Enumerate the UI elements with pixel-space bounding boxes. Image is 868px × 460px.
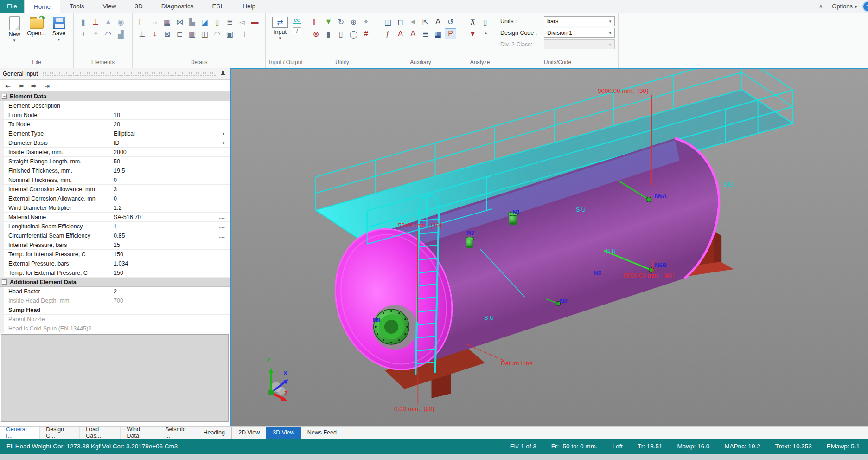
leg-support-icon[interactable]: ⊥ xyxy=(136,28,148,39)
lifting-lug-icon[interactable]: ◠ xyxy=(211,28,223,39)
help-button[interactable]: ? xyxy=(862,1,868,12)
row-value-field[interactable]: 0.85... xyxy=(110,231,230,240)
menu-tab-3d[interactable]: 3D xyxy=(126,0,152,13)
error-check-icon[interactable]: ▼ xyxy=(467,28,479,39)
view-tab-3d-view[interactable]: 3D View xyxy=(266,427,300,439)
ellipsis-button[interactable]: ... xyxy=(219,233,225,239)
grid-section-additional-element-data[interactable]: −Additional Element Data xyxy=(0,278,230,287)
report-file-icon[interactable]: ▯ xyxy=(479,16,491,27)
design-code-select[interactable]: Division 1 ▼ xyxy=(544,28,615,38)
row-value-field[interactable]: 0 xyxy=(110,194,230,203)
cone-icon[interactable]: ▲ xyxy=(102,16,114,27)
flanged-head-icon[interactable]: ◠ xyxy=(102,28,114,39)
heat-exchanger-icon[interactable]: ◉ xyxy=(115,16,127,27)
calculator-icon[interactable]: ▦ xyxy=(432,28,444,39)
previous-element-button[interactable]: ⇦ xyxy=(16,81,26,91)
menu-tab-esl[interactable]: ESL xyxy=(203,0,234,13)
row-value-field[interactable]: 0 xyxy=(110,175,230,184)
cc-report-icon[interactable]: CC xyxy=(293,17,301,24)
detach-icon[interactable]: ⌖ xyxy=(360,16,372,27)
lug-icon[interactable]: ▙ xyxy=(186,16,198,27)
ellipsis-button[interactable]: ... xyxy=(219,214,225,220)
ellipsis-button[interactable]: ... xyxy=(219,223,225,230)
base-plate-icon[interactable]: ⊓ xyxy=(395,16,406,27)
next-element-button[interactable]: ⇨ xyxy=(29,81,39,91)
row-value-field[interactable]: 150 xyxy=(110,250,230,259)
row-value-field[interactable]: 20 xyxy=(110,120,230,129)
weight-icon[interactable]: ↓ xyxy=(149,28,160,39)
3d-viewport[interactable]: 9000.00 mm. [30]SUN6A-50.00 mm. [10]N1N7… xyxy=(230,68,868,426)
first-element-button[interactable]: ⇤ xyxy=(3,81,13,91)
pages-icon[interactable]: ◫ xyxy=(382,16,394,27)
nozzle-load-icon[interactable]: ⊩ xyxy=(310,16,322,27)
restore-icon[interactable]: ↺ xyxy=(445,16,456,27)
input-tab-general-i[interactable]: General I... xyxy=(0,427,40,439)
review-icon[interactable]: ◔ xyxy=(479,28,491,39)
menu-tab-home[interactable]: Home xyxy=(24,0,60,13)
bill-of-materials-icon[interactable]: ≣ xyxy=(420,28,431,39)
packing-icon[interactable]: ▥ xyxy=(186,28,198,39)
saddle-icon[interactable]: ⋈ xyxy=(174,16,185,27)
row-value-field[interactable]: 150 xyxy=(110,268,230,277)
scroll-report-icon[interactable]: ƒ xyxy=(382,28,394,39)
row-value-field[interactable]: 19.5 xyxy=(110,166,230,175)
new-button[interactable]: New ▼ xyxy=(3,13,26,43)
collapse-section-icon[interactable]: − xyxy=(2,279,7,285)
input-tab-heading[interactable]: Heading xyxy=(197,427,231,439)
welded-flange-icon[interactable]: ⊥ xyxy=(90,16,102,27)
jacket-icon[interactable]: ▯ xyxy=(211,16,223,27)
row-value-field[interactable]: SA-516 70... xyxy=(110,213,230,221)
zoom-details-icon[interactable]: ⊕ xyxy=(348,16,359,27)
edit-report-icon[interactable]: / xyxy=(293,27,301,34)
hand-pick-icon[interactable]: ⇱ xyxy=(420,16,431,27)
tray-icon[interactable]: ⊏ xyxy=(174,28,185,39)
row-value-field[interactable]: 3 xyxy=(110,185,230,194)
row-value-field[interactable]: 1... xyxy=(110,222,230,231)
cylinder-icon[interactable]: ▮ xyxy=(77,16,89,27)
insulation-icon[interactable]: ▣ xyxy=(224,28,236,39)
row-value-field[interactable]: 1.034 xyxy=(110,259,230,268)
row-value-field[interactable]: Elliptical▼ xyxy=(110,129,230,138)
last-element-button[interactable]: ⇥ xyxy=(42,81,52,91)
menu-tab-tools[interactable]: Tools xyxy=(60,0,94,13)
autocad-export-icon[interactable]: A xyxy=(395,28,406,39)
elliptical-head-icon[interactable]: ◖ xyxy=(77,28,89,39)
access-export-icon[interactable]: A xyxy=(407,28,419,39)
input-button[interactable]: ⇄ Input ▼ xyxy=(269,13,291,41)
platform-icon[interactable]: ▦ xyxy=(161,16,173,27)
analyze-run-icon[interactable]: ⊼ xyxy=(467,16,479,27)
input-tab-design-c[interactable]: Design C... xyxy=(40,427,80,439)
twin-vessel-icon[interactable]: ◫ xyxy=(199,28,211,39)
row-value-field[interactable]: 50 xyxy=(110,157,230,166)
options-button[interactable]: Options▼ xyxy=(832,3,858,10)
select-region-icon[interactable]: ◯ xyxy=(348,28,359,39)
cross-brace-icon[interactable]: ⊠ xyxy=(161,28,173,39)
camera-icon[interactable]: ▬ xyxy=(249,16,261,27)
delete-element-icon[interactable]: ⊗ xyxy=(310,28,322,39)
menu-tab-view[interactable]: View xyxy=(94,0,126,13)
trunnion-icon[interactable]: ⊣ xyxy=(236,28,248,39)
pointer-icon[interactable]: ◄ xyxy=(407,16,419,27)
spherical-head-icon[interactable]: ◓ xyxy=(90,28,102,39)
collapse-ribbon-icon[interactable]: ∧ xyxy=(819,3,823,9)
menu-tab-help[interactable]: Help xyxy=(233,0,265,13)
chevron-down-icon[interactable]: ▼ xyxy=(222,132,225,136)
chevron-down-icon[interactable]: ▼ xyxy=(222,141,225,145)
dimension-text-icon[interactable]: A xyxy=(432,16,444,27)
pin-icon[interactable] xyxy=(220,71,226,77)
save-button[interactable]: Save ▼ xyxy=(48,13,70,42)
input-tab-load-cas[interactable]: Load Cas... xyxy=(80,427,121,439)
input-tab-wind-data[interactable]: Wind Data xyxy=(121,427,159,439)
menu-tab-diagnostics[interactable]: Diagnostics xyxy=(152,0,203,13)
funnel-icon[interactable]: ▼ xyxy=(323,16,334,27)
row-value-field[interactable]: 2 xyxy=(110,287,230,296)
nozzle-icon[interactable]: ⊢ xyxy=(136,16,148,27)
row-value-field[interactable]: 10 xyxy=(110,110,230,119)
row-value-field[interactable] xyxy=(110,101,230,110)
renumber-icon[interactable]: # xyxy=(360,28,372,39)
collapse-section-icon[interactable]: − xyxy=(2,94,7,99)
row-value-field[interactable] xyxy=(110,305,230,314)
input-tab-seismic[interactable]: Seismic ... xyxy=(159,427,197,439)
tank-icon[interactable]: ▮ xyxy=(323,28,334,39)
shell-icon[interactable]: ▯ xyxy=(335,28,347,39)
